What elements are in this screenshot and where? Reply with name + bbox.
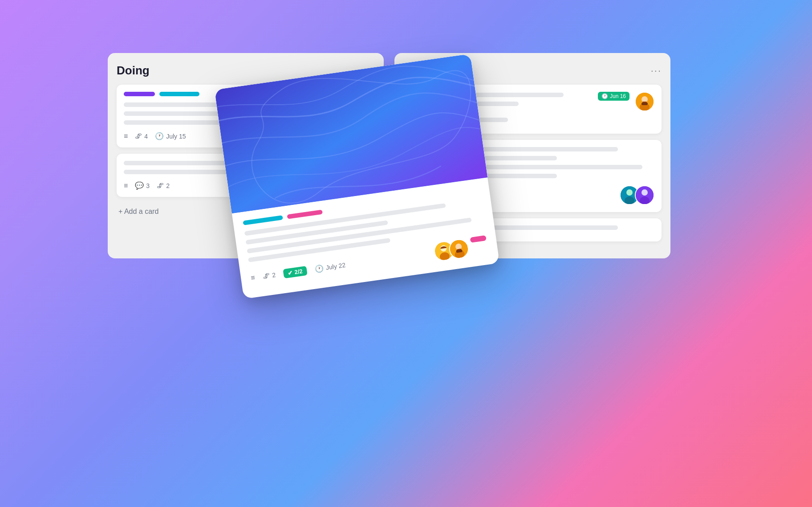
card-1-attachment: 🖇 4 <box>135 132 148 140</box>
menu-icon-2: ≡ <box>124 182 128 190</box>
card-2-comments: 💬 3 <box>135 181 150 190</box>
dragged-tag-pink <box>287 210 323 219</box>
card-2-menu-icon: ≡ <box>124 182 128 190</box>
card-1-date: 🕐 July 15 <box>155 132 186 140</box>
pink-dot <box>470 235 487 243</box>
attachment-icon-dragged: 🖇 <box>262 271 270 280</box>
avatar-light <box>635 185 654 205</box>
dragged-tag-cyan <box>243 215 283 225</box>
scene: Doing ··· ≡ 🖇 4 <box>94 35 718 472</box>
dragged-attachments: 🖇 2 <box>262 271 276 281</box>
comment-icon: 💬 <box>135 181 144 190</box>
dragged-card[interactable]: ≡ 🖇 2 ✔ 2/2 🕐 July 22 <box>215 54 499 299</box>
svg-point-1 <box>641 96 648 102</box>
clock-icon-dragged: 🕐 <box>314 264 324 274</box>
attachment-icon-2: 🖇 <box>157 182 164 190</box>
dragged-menu-icon: ≡ <box>250 274 256 282</box>
attachment-icon: 🖇 <box>135 132 142 140</box>
card-2-attachments: 🖇 2 <box>157 182 170 190</box>
check-badge-2-2: ✔ 2/2 <box>283 266 307 278</box>
check-icon-dragged: ✔ <box>288 269 293 276</box>
tag-cyan <box>159 92 199 96</box>
column-title-doing: Doing <box>117 64 150 78</box>
menu-icon: ≡ <box>124 132 128 140</box>
done-2-avatars <box>620 185 654 205</box>
menu-icon-dragged: ≡ <box>250 274 256 282</box>
date-badge-jun16: 🕐 Jun 16 <box>598 92 629 101</box>
add-card-label: + Add a card <box>118 208 158 216</box>
card-1-menu-icon: ≡ <box>124 132 128 140</box>
svg-point-6 <box>626 189 633 196</box>
clock-icon: 🕐 <box>155 132 164 140</box>
svg-point-9 <box>641 189 648 196</box>
card-1-line-3 <box>124 120 221 125</box>
dragged-avatars <box>433 235 488 262</box>
svg-rect-4 <box>641 102 648 105</box>
clock-icon-done: 🕐 <box>601 93 608 99</box>
avatar-bearded <box>635 92 654 111</box>
done-more-button[interactable]: ··· <box>651 65 662 77</box>
tag-purple <box>124 92 155 96</box>
dragged-date: 🕐 July 22 <box>314 261 346 273</box>
